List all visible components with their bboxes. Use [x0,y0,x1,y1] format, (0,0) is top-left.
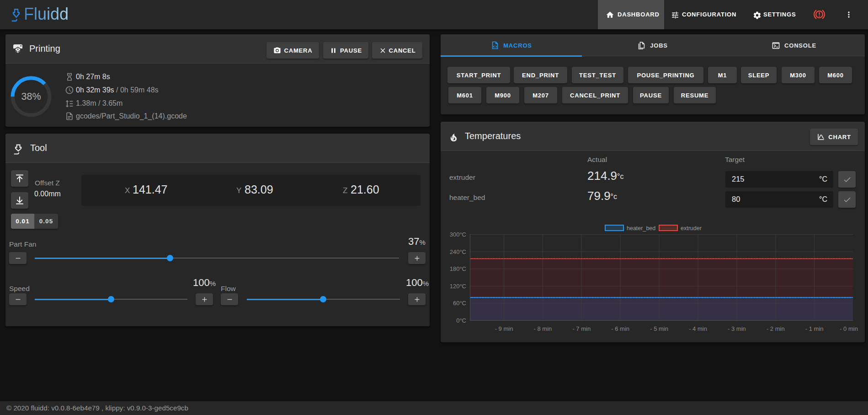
svg-text:- 9 min: - 9 min [495,325,513,332]
svg-text:- 1 min: - 1 min [805,325,824,332]
svg-text:60°C: 60°C [453,300,466,307]
svg-text:180°C: 180°C [450,265,466,272]
svg-text:300°C: 300°C [450,231,466,238]
svg-text:- 4 min: - 4 min [689,325,707,332]
svg-text:- 5 min: - 5 min [650,325,668,332]
svg-text:- 0 min: - 0 min [840,325,858,332]
svg-text:240°C: 240°C [450,248,466,255]
svg-text:120°C: 120°C [450,283,466,290]
svg-text:- 2 min: - 2 min [767,325,785,332]
svg-text:- 7 min: - 7 min [572,325,591,332]
svg-text:38%: 38% [21,91,41,102]
svg-text:0°C: 0°C [456,317,466,324]
svg-text:heater_bed: heater_bed [627,225,655,232]
svg-text:- 3 min: - 3 min [728,325,746,332]
svg-text:- 8 min: - 8 min [534,325,552,332]
svg-text:- 6 min: - 6 min [611,325,629,332]
svg-text:extruder: extruder [681,225,702,232]
